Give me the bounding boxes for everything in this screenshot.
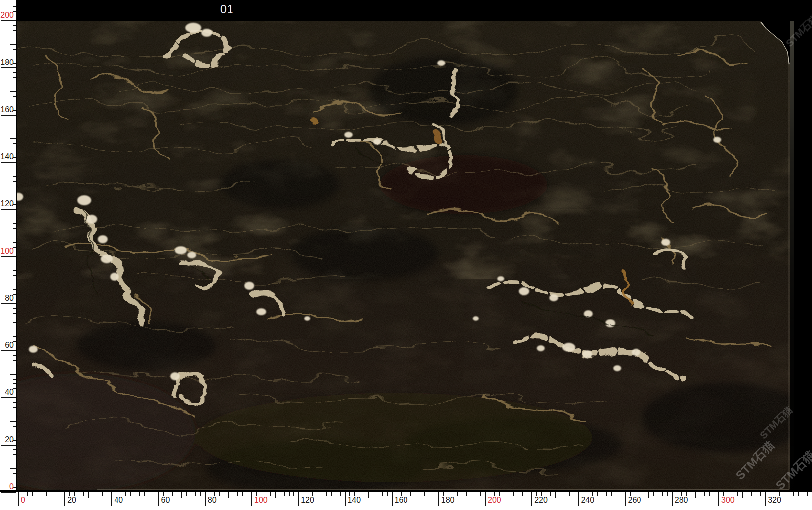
left-ruler-tick xyxy=(13,285,16,285)
bottom-ruler-major-tick xyxy=(392,492,393,506)
slab-image[interactable] xyxy=(17,21,790,490)
bottom-ruler-tick xyxy=(616,492,616,496)
bottom-ruler-tick xyxy=(107,492,107,496)
bottom-ruler-tick xyxy=(509,492,509,498)
bottom-ruler-tick xyxy=(149,492,149,496)
bottom-ruler-major-tick xyxy=(531,492,532,506)
left-ruler-tick xyxy=(13,412,16,412)
bottom-ruler-tick xyxy=(775,492,775,496)
bottom-ruler: 0204060801001201401601802002202402602803… xyxy=(0,492,812,510)
left-ruler-tick xyxy=(13,355,16,356)
bottom-ruler-label: 40 xyxy=(114,496,123,505)
bottom-ruler-tick xyxy=(219,492,220,496)
bottom-ruler-label: 20 xyxy=(67,496,76,505)
left-ruler-tick xyxy=(13,125,16,125)
left-ruler-tick xyxy=(10,374,16,375)
left-ruler-tick xyxy=(13,148,16,148)
bottom-ruler-tick xyxy=(658,492,658,496)
left-ruler-tick xyxy=(10,233,16,233)
left-ruler-label: 40 xyxy=(0,388,14,397)
bottom-ruler-major-tick xyxy=(298,492,299,506)
bottom-ruler-tick xyxy=(284,492,285,496)
bottom-ruler-tick xyxy=(125,492,126,496)
bottom-ruler-tick xyxy=(742,492,743,498)
left-ruler-label: 200 xyxy=(0,11,14,20)
left-ruler-tick xyxy=(13,49,16,50)
bottom-ruler-tick xyxy=(177,492,177,496)
left-ruler-tick xyxy=(10,91,16,92)
bottom-ruler-tick xyxy=(457,492,458,496)
left-ruler-tick xyxy=(13,473,16,474)
left-ruler-tick xyxy=(13,219,16,219)
left-ruler-tick xyxy=(13,449,16,450)
bottom-ruler-tick xyxy=(541,492,542,496)
bottom-ruler-tick xyxy=(224,492,224,496)
bottom-ruler-tick xyxy=(695,492,696,498)
bottom-ruler-tick xyxy=(83,492,84,496)
left-ruler-tick xyxy=(13,275,16,276)
bottom-ruler-tick xyxy=(261,492,261,496)
left-ruler-major-tick xyxy=(1,20,16,21)
bottom-ruler-tick xyxy=(480,492,481,496)
bottom-ruler-tick xyxy=(293,492,294,496)
bottom-ruler-tick xyxy=(93,492,93,496)
left-ruler: 020406080100120140160180200 xyxy=(0,0,16,510)
left-ruler-tick xyxy=(13,318,16,318)
bottom-ruler-tick xyxy=(770,492,770,496)
bottom-ruler-major-tick xyxy=(625,492,626,506)
bottom-ruler-tick xyxy=(382,492,383,496)
left-ruler-tick xyxy=(13,223,16,224)
left-ruler-tick xyxy=(13,370,16,370)
left-ruler-tick xyxy=(13,360,16,361)
left-ruler-tick xyxy=(13,82,16,82)
left-ruler-tick xyxy=(13,365,16,365)
bottom-ruler-tick xyxy=(588,492,588,496)
bottom-ruler-tick xyxy=(546,492,546,496)
bottom-ruler-tick xyxy=(163,492,164,496)
left-ruler-tick xyxy=(13,129,16,129)
bottom-ruler-tick xyxy=(415,492,415,498)
left-ruler-major-tick xyxy=(1,303,16,304)
left-ruler-tick xyxy=(13,379,16,380)
bottom-ruler-tick xyxy=(550,492,551,496)
bottom-ruler-tick xyxy=(233,492,233,496)
bottom-ruler-tick xyxy=(784,492,784,496)
bottom-ruler-tick xyxy=(527,492,527,496)
bottom-ruler-tick xyxy=(349,492,350,496)
bottom-ruler-tick xyxy=(191,492,191,496)
bottom-ruler-tick xyxy=(630,492,631,496)
bottom-ruler-tick xyxy=(46,492,47,496)
left-ruler-major-tick xyxy=(1,67,16,68)
left-ruler-tick xyxy=(13,214,16,214)
bottom-ruler-tick xyxy=(737,492,738,496)
bottom-ruler-tick xyxy=(569,492,570,496)
bottom-ruler-tick xyxy=(401,492,402,496)
bottom-ruler-tick xyxy=(662,492,663,496)
left-ruler-tick xyxy=(13,72,16,73)
bottom-ruler-tick xyxy=(270,492,271,496)
left-ruler-tick xyxy=(13,40,16,40)
bottom-ruler-tick xyxy=(448,492,448,496)
bottom-ruler-tick xyxy=(466,492,467,496)
bottom-ruler-tick xyxy=(522,492,523,496)
bottom-ruler-label: 140 xyxy=(348,496,361,505)
left-ruler-tick xyxy=(13,336,16,337)
left-ruler-tick xyxy=(13,2,16,2)
bottom-ruler-tick xyxy=(644,492,644,496)
left-ruler-tick xyxy=(13,30,16,31)
bottom-ruler-tick xyxy=(536,492,537,496)
bottom-ruler-major-tick xyxy=(111,492,112,506)
bottom-ruler-tick xyxy=(574,492,574,496)
bottom-ruler-tick xyxy=(242,492,243,496)
left-ruler-tick xyxy=(10,186,16,186)
bottom-ruler-tick xyxy=(611,492,612,496)
bottom-ruler-tick xyxy=(424,492,425,496)
left-ruler-tick xyxy=(10,138,16,139)
bottom-ruler-tick xyxy=(88,492,89,498)
bottom-ruler-tick xyxy=(228,492,229,498)
left-ruler-tick xyxy=(13,478,16,478)
bottom-ruler-label: 120 xyxy=(301,496,314,505)
bottom-ruler-tick xyxy=(760,492,761,496)
left-ruler-label: 60 xyxy=(0,341,14,350)
bottom-ruler-major-tick xyxy=(345,492,346,506)
